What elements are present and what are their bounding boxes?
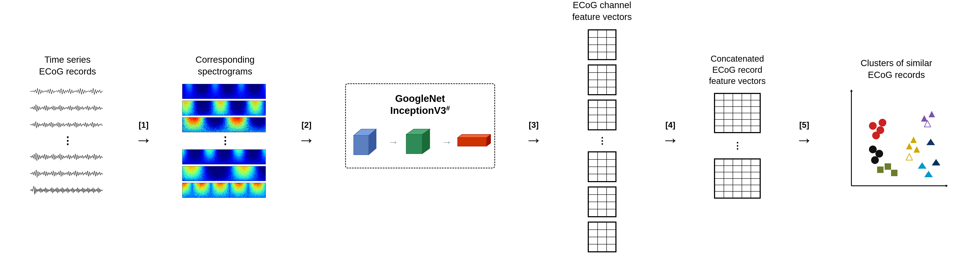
ecog-section: Time series ECoG records ⋮ (30, 54, 105, 198)
fv-cell (607, 101, 616, 107)
fv-cell (598, 108, 606, 115)
fv-cell (598, 65, 606, 72)
fv-grid-6 (588, 221, 616, 252)
fv-cell (607, 237, 616, 244)
svg-marker-31 (924, 171, 933, 177)
cc (724, 166, 733, 172)
fv-cell (589, 237, 597, 244)
arrow-2: [2] → (294, 120, 320, 149)
waveform-3 (30, 117, 103, 132)
spectrogram-2 (182, 101, 266, 115)
arrow-5-label: [5] (799, 120, 809, 130)
cc (715, 94, 724, 100)
cc (733, 166, 741, 172)
cc (742, 94, 751, 100)
fv-cell (589, 65, 597, 72)
svg-marker-33 (926, 139, 935, 145)
googlenet-title: GoogleNet InceptionV3# (390, 93, 450, 116)
fv-cell (589, 223, 597, 229)
waveform-6 (30, 183, 103, 198)
waveform-1 (30, 84, 103, 99)
cc (724, 191, 733, 198)
fv-cell (589, 174, 597, 181)
green-cube (403, 125, 437, 159)
fv-cell (598, 115, 606, 122)
svg-marker-23 (906, 143, 913, 149)
concat-vectors-list: ⋮ (714, 93, 761, 199)
cc (733, 179, 741, 185)
arrow-2-label: [2] (302, 120, 312, 130)
fv-cell (607, 52, 616, 59)
fv-cell (589, 108, 597, 115)
cube-arrow-1: → (388, 136, 399, 148)
cc (724, 94, 733, 100)
fv-cell (598, 152, 606, 159)
cc (715, 160, 724, 166)
fv-grid-4 (588, 151, 616, 182)
cc (733, 191, 741, 198)
svg-rect-22 (891, 170, 897, 176)
svg-point-15 (872, 132, 880, 139)
cluster-svg (843, 87, 950, 194)
waveform-5 (30, 166, 103, 181)
svg-point-17 (869, 145, 877, 153)
cc (751, 191, 760, 198)
feature-vectors-title: ECoG channel feature vectors (572, 0, 632, 23)
fv-cell (607, 188, 616, 194)
cc (742, 166, 751, 172)
cube-row: → → (349, 125, 491, 159)
svg-marker-26 (906, 154, 913, 160)
cc (742, 113, 751, 119)
fv-cell (589, 195, 597, 202)
waveform-2 (30, 101, 103, 115)
fv-cell (598, 38, 606, 44)
cc (751, 126, 760, 132)
fv-cell (598, 52, 606, 59)
arrow-1-symbol: → (135, 131, 152, 149)
clusters-section: Clusters of similar ECoG records (843, 57, 950, 194)
cc (751, 107, 760, 113)
fv-cell (589, 209, 597, 216)
fv-cell (607, 167, 616, 174)
cc (742, 185, 751, 191)
fv-cell (589, 122, 597, 129)
googlenet-section: GoogleNet InceptionV3# → (345, 83, 495, 169)
spectrogram-4 (182, 149, 266, 164)
arrow-3-label: [3] (529, 120, 539, 130)
fv-cell (598, 45, 606, 52)
arrow-1-label: [1] (139, 120, 148, 130)
fv-cell (598, 195, 606, 202)
cc (751, 185, 760, 191)
fv-cell (607, 38, 616, 44)
fv-cell (589, 45, 597, 52)
cc (724, 107, 733, 113)
fv-cell (589, 101, 597, 107)
fv-cell (607, 223, 616, 229)
cc (733, 126, 741, 132)
arrow-4: [4] → (657, 120, 683, 149)
cc (733, 113, 741, 119)
arrow-3-symbol: → (525, 131, 542, 149)
fv-cell (598, 230, 606, 237)
fv-cell (607, 245, 616, 251)
svg-marker-28 (929, 111, 935, 117)
fv-cell (598, 101, 606, 107)
fv-cell (598, 223, 606, 229)
cc (742, 107, 751, 113)
cc (715, 120, 724, 126)
cc (751, 120, 760, 126)
fv-cell (598, 160, 606, 166)
svg-marker-24 (913, 146, 920, 153)
svg-point-13 (869, 122, 877, 130)
feature-vectors-list: ⋮ (588, 29, 616, 252)
fv-cell (589, 115, 597, 122)
cc (715, 185, 724, 191)
fv-grid-3 (588, 100, 616, 130)
cc (733, 100, 741, 106)
clusters-title: Clusters of similar ECoG records (861, 57, 932, 81)
cc (742, 191, 751, 198)
svg-marker-25 (910, 137, 917, 143)
fv-cell (598, 245, 606, 251)
fv-cell (598, 202, 606, 209)
fv-cell (607, 152, 616, 159)
